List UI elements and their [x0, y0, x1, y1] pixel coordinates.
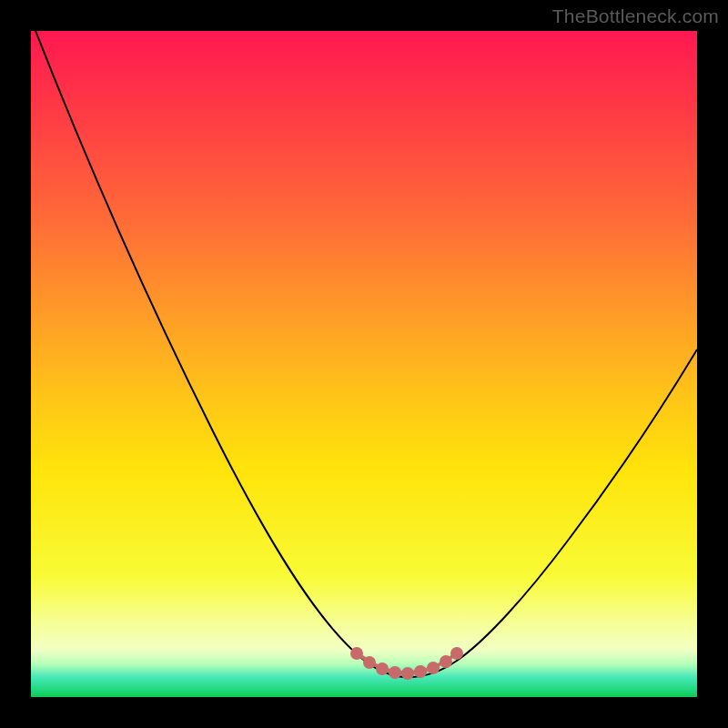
chart-frame: TheBottleneck.com: [0, 0, 728, 728]
watermark-text: TheBottleneck.com: [552, 5, 719, 27]
plot-area: [31, 31, 697, 697]
bottleneck-curve: [35, 31, 697, 677]
optimum-band: [352, 649, 461, 678]
curve-layer: [31, 31, 697, 697]
